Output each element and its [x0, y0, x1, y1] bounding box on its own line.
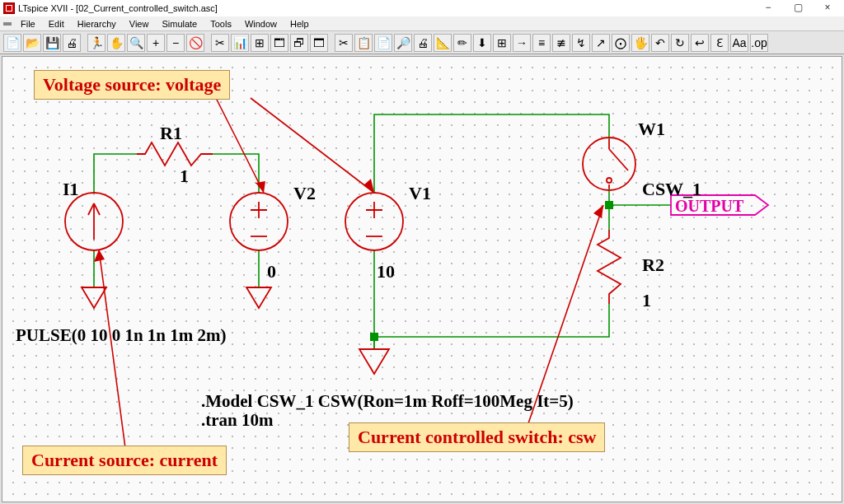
tool-mirror-icon[interactable]: Ɛ	[710, 34, 729, 52]
window-minimize-button[interactable]: −	[753, 0, 783, 15]
ref-w1[interactable]: W1	[638, 119, 665, 139]
tool-run-icon[interactable]: 🏃	[87, 34, 106, 52]
ref-i1[interactable]: I1	[63, 179, 79, 199]
tool-diode-icon[interactable]: ↯	[572, 34, 590, 52]
tool-gnd-icon[interactable]: ⬇	[473, 34, 491, 52]
window-close-button[interactable]: ×	[813, 0, 842, 15]
tool-win2-icon[interactable]: 🗗	[290, 34, 308, 52]
tool-cut2-icon[interactable]: ✂	[335, 34, 353, 52]
menu-edit[interactable]: Edit	[42, 17, 71, 30]
tool-paste-icon[interactable]: 📄	[374, 34, 392, 52]
val-r2[interactable]: 1	[642, 290, 651, 310]
toolbar-separator	[82, 34, 86, 52]
val-v2[interactable]: 0	[267, 261, 276, 282]
callout-current: Current source: current	[22, 446, 227, 475]
tool-save-icon[interactable]: 💾	[43, 34, 61, 52]
wire-group	[94, 114, 671, 349]
ref-r2[interactable]: R2	[642, 254, 664, 275]
tool-new-icon[interactable]: 📄	[3, 34, 21, 52]
menu-view[interactable]: View	[123, 17, 156, 30]
menu-bar: File Edit Hierarchy View Simulate Tools …	[0, 16, 844, 31]
ref-r1[interactable]: R1	[160, 123, 182, 143]
callout-voltage: Voltage source: voltage	[34, 70, 230, 100]
tool-undo-icon[interactable]: ↶	[651, 34, 669, 52]
tool-ind-icon[interactable]: ≢	[552, 34, 570, 52]
tool-drag-icon[interactable]: 🖐	[631, 34, 649, 52]
menu-help[interactable]: Help	[284, 17, 316, 30]
schematic-canvas[interactable]: OUTPUT I1 R1 1 V2 0 V1 10 W1 CSW_1 R2 1 …	[2, 56, 842, 502]
tool-comp-icon[interactable]: ↗	[592, 34, 610, 52]
tool-zoomin-icon[interactable]: +	[147, 34, 165, 52]
tool-rotate-icon[interactable]: ↩	[691, 34, 709, 52]
component-v1[interactable]	[345, 193, 403, 250]
val-w1[interactable]: CSW_1	[642, 179, 701, 199]
svg-point-5	[345, 193, 403, 250]
tool-zoom-icon[interactable]: 🔍	[127, 34, 145, 52]
svg-rect-1	[370, 333, 378, 341]
svg-point-4	[230, 193, 288, 250]
svg-rect-2	[605, 201, 613, 209]
svg-rect-0	[3, 22, 12, 26]
menu-tools[interactable]: Tools	[204, 17, 238, 30]
tool-draw-icon[interactable]: 📐	[434, 34, 452, 52]
tool-zoomout-icon[interactable]: −	[166, 34, 185, 52]
svg-point-7	[607, 178, 612, 183]
tool-label-icon[interactable]: ⊞	[493, 34, 511, 52]
app-icon	[3, 2, 15, 14]
svg-marker-10	[94, 250, 105, 262]
net-label-text: OUTPUT	[675, 197, 744, 215]
val-r1[interactable]: 1	[180, 166, 189, 186]
tool-copy-icon[interactable]: 📋	[354, 34, 373, 52]
component-i1[interactable]	[65, 193, 123, 250]
svg-marker-11	[593, 205, 603, 218]
tool-find-icon[interactable]: 🔎	[394, 34, 412, 52]
tool-pan-icon[interactable]: ✋	[107, 34, 125, 52]
tool-cap-icon[interactable]: ≡	[532, 34, 551, 52]
component-w1[interactable]	[583, 138, 635, 190]
component-r2[interactable]	[598, 230, 621, 304]
tool-pen-icon[interactable]: ✏	[453, 34, 471, 52]
tool-open-icon[interactable]: 📂	[23, 34, 41, 52]
ref-v2[interactable]: V2	[293, 183, 316, 203]
tool-move-icon[interactable]: ⨀	[612, 34, 630, 52]
svg-marker-8	[256, 181, 265, 193]
tool-win1-icon[interactable]: 🗔	[270, 34, 288, 52]
tool-redo-icon[interactable]: ↻	[671, 34, 689, 52]
component-v2[interactable]	[230, 193, 288, 250]
window-title: LTspice XVII - [02_Current_controlled_sw…	[18, 3, 218, 13]
menu-hierarchy[interactable]: Hierarchy	[71, 17, 123, 30]
directive-model[interactable]: .Model CSW_1 CSW(Ron=1m Roff=100Meg It=5…	[201, 391, 574, 411]
toolbar: 📄 📂 💾 🖨 🏃 ✋ 🔍 + − 🚫 ✂ 📊 ⊞ 🗔 🗗 🗖 ✂ 📋 📄 🔎 …	[0, 31, 844, 54]
tool-print-icon[interactable]: 🖨	[63, 34, 81, 52]
toolbar-separator	[206, 34, 209, 52]
tool-text-icon[interactable]: Aa	[730, 34, 748, 52]
val-v1[interactable]: 10	[377, 261, 395, 282]
mdi-system-menu-icon[interactable]	[3, 20, 12, 28]
tool-plot-icon[interactable]: 📊	[231, 34, 249, 52]
callout-switch: Current controlled switch: csw	[349, 422, 605, 452]
tool-cut-icon[interactable]: ✂	[211, 34, 229, 52]
menu-simulate[interactable]: Simulate	[155, 17, 204, 30]
tool-zoomoff-icon[interactable]: 🚫	[186, 34, 204, 52]
window-maximize-button[interactable]: ▢	[783, 0, 813, 15]
tool-spice-icon[interactable]: .op	[750, 34, 768, 52]
toolbar-separator	[330, 34, 333, 52]
tool-res-icon[interactable]: →	[513, 34, 531, 52]
val-i1[interactable]: PULSE(0 10 0 1n 1n 1m 2m)	[16, 325, 227, 345]
component-r1[interactable]	[137, 142, 213, 166]
menu-file[interactable]: File	[14, 17, 42, 30]
window-title-bar: LTspice XVII - [02_Current_controlled_sw…	[0, 0, 844, 16]
directive-tran[interactable]: .tran 10m	[201, 410, 274, 430]
tool-tile-icon[interactable]: ⊞	[251, 34, 269, 52]
menu-window[interactable]: Window	[238, 17, 284, 30]
tool-print2-icon[interactable]: 🖨	[414, 34, 432, 52]
junction-group	[370, 201, 613, 341]
tool-win3-icon[interactable]: 🗖	[310, 34, 328, 52]
svg-marker-9	[363, 179, 374, 193]
ref-v1[interactable]: V1	[409, 183, 431, 203]
